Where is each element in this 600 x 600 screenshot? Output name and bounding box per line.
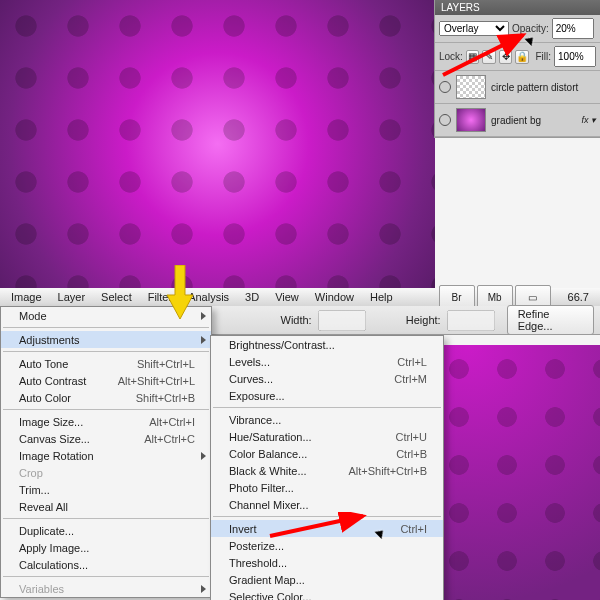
menu-item-apply-image[interactable]: Apply Image... bbox=[1, 539, 211, 556]
blend-mode-select[interactable]: Overlay bbox=[439, 21, 509, 36]
layer-row[interactable]: circle pattern distort bbox=[435, 71, 600, 104]
lock-position-icon[interactable]: ✥ bbox=[499, 50, 513, 64]
menu-item-gradient-map[interactable]: Gradient Map... bbox=[211, 571, 443, 588]
menu-item-auto-contrast[interactable]: Auto ContrastAlt+Shift+Ctrl+L bbox=[1, 372, 211, 389]
layers-panel-title: LAYERS bbox=[435, 0, 600, 15]
zoom-level: 66.7 bbox=[561, 289, 596, 305]
layers-panel[interactable]: LAYERS Overlay Opacity: Lock: ▦ ✎ ✥ 🔒 Fi… bbox=[434, 0, 600, 138]
layer-name[interactable]: circle pattern distort bbox=[491, 82, 578, 93]
menu-item-image-rotation[interactable]: Image Rotation bbox=[1, 447, 211, 464]
visibility-eye-icon[interactable] bbox=[439, 81, 451, 93]
menu-item-color-balance[interactable]: Color Balance...Ctrl+B bbox=[211, 445, 443, 462]
menu-item-photo-filter[interactable]: Photo Filter... bbox=[211, 479, 443, 496]
opacity-label: Opacity: bbox=[512, 23, 549, 34]
pattern-overlay bbox=[0, 0, 435, 288]
fill-label: Fill: bbox=[535, 51, 551, 62]
menu-item-reveal-all[interactable]: Reveal All bbox=[1, 498, 211, 515]
menu-item-hue-saturation[interactable]: Hue/Saturation...Ctrl+U bbox=[211, 428, 443, 445]
menu-item-duplicate[interactable]: Duplicate... bbox=[1, 522, 211, 539]
document-canvas-lower bbox=[435, 345, 600, 600]
menu-item-exposure[interactable]: Exposure... bbox=[211, 387, 443, 404]
menu-item-trim[interactable]: Trim... bbox=[1, 481, 211, 498]
submenu-adjustments[interactable]: Brightness/Contrast...Levels...Ctrl+LCur… bbox=[210, 335, 444, 600]
menu-item-auto-tone[interactable]: Auto ToneShift+Ctrl+L bbox=[1, 355, 211, 372]
height-field[interactable] bbox=[447, 310, 495, 331]
menu-view[interactable]: View bbox=[268, 289, 306, 305]
menu-filter[interactable]: Filter bbox=[141, 289, 179, 305]
fx-badge: fx ▾ bbox=[581, 115, 596, 125]
menu-item-threshold[interactable]: Threshold... bbox=[211, 554, 443, 571]
menu-item-adjustments[interactable]: Adjustments bbox=[1, 331, 211, 348]
menu-image[interactable]: Image bbox=[4, 289, 49, 305]
lock-all-icon[interactable]: 🔒 bbox=[515, 50, 529, 64]
layer-row[interactable]: gradient bgfx ▾ bbox=[435, 104, 600, 137]
menu-analysis[interactable]: Analysis bbox=[181, 289, 236, 305]
lock-transparent-icon[interactable]: ▦ bbox=[466, 50, 480, 64]
menu-item-invert[interactable]: InvertCtrl+I bbox=[211, 520, 443, 537]
menu-window[interactable]: Window bbox=[308, 289, 361, 305]
height-label: Height: bbox=[406, 314, 441, 326]
menu-help[interactable]: Help bbox=[363, 289, 400, 305]
width-label: Width: bbox=[281, 314, 312, 326]
fill-field[interactable] bbox=[554, 46, 596, 67]
visibility-eye-icon[interactable] bbox=[439, 114, 451, 126]
menu-item-black-white[interactable]: Black & White...Alt+Shift+Ctrl+B bbox=[211, 462, 443, 479]
menu-item-selective-color[interactable]: Selective Color... bbox=[211, 588, 443, 600]
layer-thumbnail[interactable] bbox=[456, 75, 486, 99]
menu-item-calculations[interactable]: Calculations... bbox=[1, 556, 211, 573]
document-canvas[interactable] bbox=[0, 0, 435, 288]
menu-item-crop: Crop bbox=[1, 464, 211, 481]
menu-item-channel-mixer[interactable]: Channel Mixer... bbox=[211, 496, 443, 513]
layer-thumbnail[interactable] bbox=[456, 108, 486, 132]
menu-item-brightness-contrast[interactable]: Brightness/Contrast... bbox=[211, 336, 443, 353]
menu-item-image-size[interactable]: Image Size...Alt+Ctrl+I bbox=[1, 413, 211, 430]
width-field[interactable] bbox=[318, 310, 366, 331]
menu-image[interactable]: ModeAdjustmentsAuto ToneShift+Ctrl+LAuto… bbox=[0, 306, 212, 598]
menu-3d[interactable]: 3D bbox=[238, 289, 266, 305]
lock-pixel-icon[interactable]: ✎ bbox=[482, 50, 496, 64]
menu-item-canvas-size[interactable]: Canvas Size...Alt+Ctrl+C bbox=[1, 430, 211, 447]
menu-item-posterize[interactable]: Posterize... bbox=[211, 537, 443, 554]
menu-select[interactable]: Select bbox=[94, 289, 139, 305]
menu-layer[interactable]: Layer bbox=[51, 289, 93, 305]
refine-edge-button[interactable]: Refine Edge... bbox=[507, 305, 594, 335]
opacity-field[interactable] bbox=[552, 18, 594, 39]
menu-item-curves[interactable]: Curves...Ctrl+M bbox=[211, 370, 443, 387]
lock-label: Lock: bbox=[439, 51, 463, 62]
menu-item-mode[interactable]: Mode bbox=[1, 307, 211, 324]
menu-item-auto-color[interactable]: Auto ColorShift+Ctrl+B bbox=[1, 389, 211, 406]
menu-item-levels[interactable]: Levels...Ctrl+L bbox=[211, 353, 443, 370]
menu-item-variables: Variables bbox=[1, 580, 211, 597]
menu-item-vibrance[interactable]: Vibrance... bbox=[211, 411, 443, 428]
layer-name[interactable]: gradient bg bbox=[491, 115, 541, 126]
